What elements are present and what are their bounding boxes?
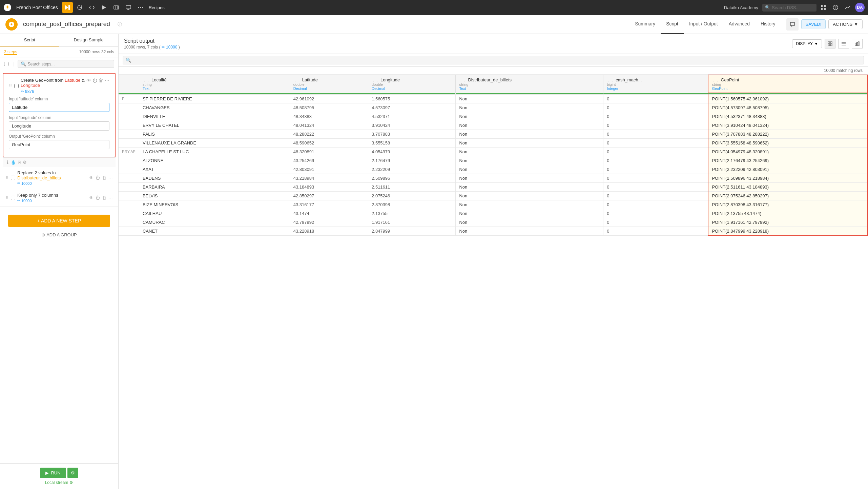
- pipeline-icon[interactable]: [62, 2, 73, 13]
- left-tab-script[interactable]: Script: [0, 34, 59, 46]
- refresh-icon[interactable]: [74, 2, 85, 13]
- power-icon-1[interactable]: ⏻: [92, 78, 97, 83]
- step-2-checkbox[interactable]: [11, 176, 15, 180]
- delete-icon-1[interactable]: 🗑: [99, 78, 103, 83]
- longitude-input[interactable]: [9, 121, 109, 131]
- project-name[interactable]: French Post Offices: [14, 5, 61, 10]
- saved-button[interactable]: SAVED!: [801, 19, 826, 29]
- delete-icon-2[interactable]: 🗑: [102, 175, 106, 180]
- output-search-input[interactable]: [133, 58, 861, 63]
- edit-count-link[interactable]: ✏ 10000: [162, 45, 178, 50]
- step-1-count[interactable]: ✏ 9876: [21, 89, 86, 94]
- run-button[interactable]: ▶ RUN: [40, 468, 66, 478]
- step-1-checkbox[interactable]: [14, 84, 19, 88]
- chart-view-button[interactable]: [852, 39, 863, 48]
- cell-localite-14: CAMURAC: [139, 218, 290, 227]
- output-input[interactable]: [9, 140, 109, 149]
- run-icon[interactable]: [99, 2, 109, 13]
- code-icon[interactable]: [86, 2, 97, 13]
- step-item-3[interactable]: ⠿ Keep only 7 columns ✏ 10000: [0, 189, 118, 207]
- dataiku-logo[interactable]: ✦: [3, 3, 12, 12]
- add-group-icon: ⊕: [41, 232, 45, 237]
- step-options-icon-4[interactable]: ⚙: [23, 160, 27, 165]
- col-header-latitude[interactable]: ⋮⋮Latitude double Decimal: [290, 75, 368, 93]
- tab-summary[interactable]: Summary: [629, 15, 661, 34]
- trend-icon[interactable]: [842, 2, 853, 13]
- col-prefix: [119, 75, 139, 93]
- select-all-checkbox[interactable]: [4, 62, 8, 66]
- tab-history[interactable]: History: [755, 15, 781, 34]
- tab-input-output[interactable]: Input / Output: [684, 15, 723, 34]
- search-input[interactable]: [762, 4, 817, 12]
- more-icon-2[interactable]: ⋯: [108, 175, 113, 180]
- grid-view-button[interactable]: [825, 39, 835, 48]
- col-header-localite[interactable]: ⋮⋮Localité string Text: [139, 75, 290, 93]
- user-avatar[interactable]: DA: [854, 2, 865, 13]
- step-options-icon-3[interactable]: ⎘: [18, 160, 21, 165]
- left-tab-design-sample[interactable]: Design Sample: [59, 34, 119, 46]
- eye-icon-3[interactable]: 👁: [89, 195, 94, 200]
- output-header: Script output 10000 rows, 7 cols ( ✏ 100…: [119, 34, 868, 54]
- latitude-form-group: Input 'latitude' column: [9, 97, 109, 112]
- run-settings-button[interactable]: ⚙: [67, 468, 78, 478]
- run-buttons: ▶ RUN ⚙: [40, 468, 78, 478]
- power-icon-2[interactable]: ⏻: [96, 175, 100, 180]
- col-semantic-longitude[interactable]: Decimal: [372, 86, 452, 91]
- apps-grid-icon[interactable]: [818, 2, 829, 13]
- table-row: VILLENAUXE LA GRANDE 48.590652 3.555158 …: [119, 138, 868, 147]
- more-icon[interactable]: [135, 2, 146, 13]
- cell-cash-11: 0: [603, 191, 708, 200]
- steps-count[interactable]: 3 steps: [4, 50, 17, 55]
- eye-icon-1[interactable]: 👁: [86, 78, 91, 83]
- add-step-button[interactable]: + ADD A NEW STEP: [8, 215, 110, 227]
- step-3-checkbox[interactable]: [11, 196, 15, 200]
- col-semantic-localite[interactable]: Text: [143, 86, 286, 91]
- step-options-icon-2[interactable]: 💧: [11, 160, 16, 165]
- latitude-label: Input 'latitude' column: [9, 97, 109, 101]
- cell-cash-2: 0: [603, 112, 708, 121]
- run-section: ▶ RUN ⚙ Local stream ⚙: [0, 463, 118, 489]
- more-icon-3[interactable]: ⋯: [108, 195, 113, 200]
- help-icon[interactable]: ?: [830, 2, 841, 13]
- search-steps-input[interactable]: [27, 62, 111, 66]
- list-view-button[interactable]: [838, 39, 849, 48]
- cell-geopoint-12: POINT(2.870398 43.316177): [708, 200, 868, 209]
- data-table-container[interactable]: ⋮⋮Localité string Text ⋮⋮Latitude double…: [119, 75, 868, 489]
- display-button[interactable]: DISPLAY ▼: [792, 39, 822, 48]
- col-header-cash[interactable]: ⋮⋮cash_mach... bigint Integer: [603, 75, 708, 93]
- col-header-longitude[interactable]: ⋮⋮Longitude double Decimal: [368, 75, 456, 93]
- design-info[interactable]: 10000 rows 32 cols: [79, 50, 114, 55]
- delete-icon-3[interactable]: 🗑: [102, 195, 106, 200]
- power-icon-3[interactable]: ⏻: [96, 195, 100, 200]
- col-header-distributeur[interactable]: ⋮⋮Distributeur_de_billets string Text: [456, 75, 603, 93]
- cell-cash-6: 0: [603, 147, 708, 156]
- col-semantic-distributeur[interactable]: Text: [459, 86, 600, 91]
- step-options-icon-1[interactable]: ℹ: [7, 160, 8, 165]
- col-semantic-geopoint[interactable]: GeoPoint: [712, 86, 864, 91]
- col-semantic-latitude[interactable]: Decimal: [293, 86, 365, 91]
- local-stream-label: Local stream ⚙: [45, 480, 74, 485]
- table-header-row: ⋮⋮Localité string Text ⋮⋮Latitude double…: [119, 75, 868, 93]
- cell-prefix-8: [119, 165, 139, 174]
- step-item-1[interactable]: ⠿ Create GeoPoint from Latitude & Longit…: [3, 73, 116, 157]
- info-icon[interactable]: ⓘ: [118, 21, 122, 27]
- deploy-icon[interactable]: [111, 2, 122, 13]
- cell-distributeur-4: Non: [456, 130, 603, 138]
- col-header-geopoint[interactable]: ⋮⋮GeoPoint string GeoPoint: [708, 75, 868, 93]
- step-item-2[interactable]: ⠿ Replace 2 values in Distributeur_de_bi…: [0, 167, 118, 189]
- add-step-area: + ADD A NEW STEP ⊕ ADD A GROUP: [0, 207, 118, 243]
- col-semantic-cash[interactable]: Integer: [607, 86, 704, 91]
- tab-advanced[interactable]: Advanced: [723, 15, 755, 34]
- tab-script[interactable]: Script: [661, 15, 684, 34]
- monitor-icon[interactable]: [123, 2, 134, 13]
- latitude-input[interactable]: [9, 103, 109, 112]
- eye-icon-2[interactable]: 👁: [89, 175, 94, 180]
- chat-button[interactable]: [786, 18, 799, 31]
- step-3-count[interactable]: ✏ 10000: [17, 198, 58, 203]
- step-2-count[interactable]: ✏ 10000: [17, 181, 89, 185]
- actions-button[interactable]: ACTIONS ▼: [828, 19, 863, 29]
- add-group-button[interactable]: ⊕ ADD A GROUP: [4, 231, 114, 239]
- local-stream-settings-icon[interactable]: ⚙: [69, 480, 73, 485]
- more-icon-1[interactable]: ⋯: [105, 78, 109, 83]
- cell-cash-3: 0: [603, 121, 708, 130]
